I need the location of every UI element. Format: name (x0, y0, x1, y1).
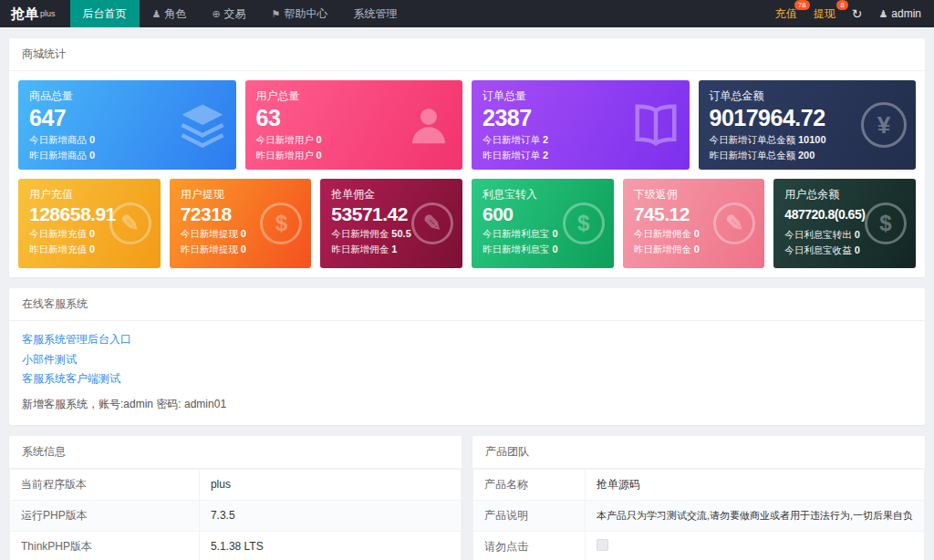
admin-username: admin (891, 7, 921, 20)
stat-line-label: 昨日新增订单总金额 (710, 150, 796, 161)
pencil-icon: ✎ (411, 202, 453, 244)
stat-line-value: 0 (241, 228, 246, 239)
stat-line-label: 昨日新增佣金 (634, 244, 691, 254)
stat-card-user-recharge: 用户充值 128658.91 今日新增充值0 昨日新增充值0 ✎ (18, 179, 161, 268)
stat-line-value: 2 (543, 150, 548, 161)
stat-line-value: 0 (89, 228, 95, 239)
stat-card-orders-total: 订单总量 2387 今日新增订单2 昨日新增订单2 (472, 80, 690, 170)
stat-line-label: 昨日新增订单 (483, 150, 540, 161)
stat-line-value: 2 (543, 134, 548, 145)
stat-line-label: 今日新增订单 (483, 134, 540, 145)
row-label: 产品名称 (473, 469, 586, 500)
recharge-badge: 78 (794, 0, 810, 10)
stat-card-users-total: 用户总量 63 今日新增用户0 昨日新增用户0 (245, 80, 463, 170)
nav-item-help-center[interactable]: ⚑ 帮助中心 (259, 0, 341, 27)
stat-line-label: 今日新增用户 (256, 134, 314, 145)
service-panel-title: 在线客服系统 (9, 288, 925, 321)
row-value: 5.1.38 LTS (199, 531, 461, 560)
stat-line-label: 昨日新增商品 (29, 150, 87, 161)
person-icon: ♟ (878, 8, 887, 20)
nav-item-label: 系统管理 (353, 6, 397, 22)
stat-card-line: 昨日新增用户0 (256, 148, 452, 163)
system-info-panel: 系统信息 当前程序版本 plus 运行PHP版本 7.3.5 ThinkPHP版… (9, 436, 462, 560)
recharge-button[interactable]: 充值 78 (775, 6, 797, 22)
nav-item-label: 角色 (164, 6, 186, 22)
recharge-label: 充值 (775, 7, 797, 20)
stat-line-label: 昨日新增利息宝 (483, 244, 550, 254)
stat-card-order-commission: 抢单佣金 53571.42 今日新增佣金50.5 昨日新增佣金1 ✎ (320, 179, 462, 268)
stat-line-value: 0 (89, 150, 95, 161)
stat-line-value: 0 (855, 229, 860, 240)
pencil-icon: ✎ (109, 202, 151, 244)
row-value: 本产品只为学习测试交流,请勿要做商业或者用于违法行为,一切后果自负 (585, 500, 924, 531)
person-icon: ♟ (152, 8, 161, 20)
stat-line-value: 0 (241, 244, 246, 254)
stat-line-label: 昨日新增充值 (29, 244, 87, 254)
globe-icon: ⊕ (212, 8, 220, 20)
stat-line-label: 今日新增提现 (181, 228, 238, 239)
withdraw-button[interactable]: 提现 8 (814, 6, 835, 22)
nav-item-system-admin[interactable]: 系统管理 (340, 0, 410, 27)
stat-line-label: 今日利息宝转出 (784, 229, 852, 240)
yen-icon: ¥ (861, 102, 907, 148)
stat-card-order-amount-total: 订单总金额 9017964.72 今日新增订单总金额10100 昨日新增订单总金… (699, 80, 917, 170)
nav-item-roles[interactable]: ♟ 角色 (140, 0, 200, 27)
row-label: 当前程序版本 (10, 469, 200, 500)
layers-icon (178, 100, 227, 150)
app-logo-suffix: plus (40, 9, 56, 18)
client-test-link[interactable]: 客服系统客户端测试 (22, 369, 912, 389)
nav-item-label: 交易 (224, 6, 246, 22)
book-icon (631, 100, 680, 150)
row-value: 7.3.5 (199, 500, 461, 531)
stat-card-subordinate-rebate: 下级返佣 745.12 今日新增佣金0 昨日新增佣金0 ✎ (623, 179, 765, 268)
nav-item-label: 帮助中心 (284, 6, 327, 22)
do-not-click-checkbox[interactable] (597, 539, 608, 551)
stat-line-label: 今日新增佣金 (331, 228, 389, 239)
admin-menu[interactable]: ♟ admin (878, 7, 921, 20)
table-row: 产品名称 抢单源码 (473, 469, 925, 500)
stat-line-value: 0 (694, 228, 700, 239)
stat-card-title: 订单总金额 (710, 88, 906, 104)
stat-card-line: 昨日新增订单2 (483, 148, 679, 163)
product-team-table: 产品名称 抢单源码 产品说明 本产品只为学习测试交流,请勿要做商业或者用于违法行… (472, 469, 925, 560)
withdraw-badge: 8 (836, 0, 847, 10)
stat-card-goods-total: 商品总量 647 今日新增商品0 昨日新增商品0 (18, 80, 236, 170)
stat-line-value: 0 (89, 134, 95, 145)
stat-line-value: 200 (798, 150, 815, 161)
stat-card-user-withdraw: 用户提现 72318 今日新增提现0 昨日新增提现0 $ (170, 179, 312, 268)
navbar-right: 充值 78 提现 8 ↻ ♟ admin (775, 0, 934, 27)
stat-line-value: 0 (317, 150, 322, 161)
stat-card-line: 昨日新增订单总金额200 (710, 148, 906, 163)
table-row: ThinkPHP版本 5.1.38 LTS (10, 531, 462, 560)
product-team-title: 产品团队 (472, 436, 925, 469)
dollar-icon: $ (865, 202, 907, 244)
stat-line-value: 10100 (798, 134, 826, 145)
service-panel-body: 客服系统管理后台入口 小部件测试 客服系统客户端测试 新增客服系统，账号:adm… (9, 321, 925, 425)
nav-item-home[interactable]: 后台首页 (70, 0, 140, 27)
stats-panel-title: 商城统计 (9, 38, 925, 71)
stat-card-interest-transfer-in: 利息宝转入 600 今日新增利息宝0 昨日新增利息宝0 $ (472, 179, 614, 268)
stats-row-2: 用户充值 128658.91 今日新增充值0 昨日新增充值0 ✎ 用户提现 72… (18, 179, 916, 268)
stat-card-user-balance: 用户总余额 487720.8(0.65) 今日利息宝转出0 今日利息宝收益0 $ (773, 179, 916, 268)
stat-line-label: 今日利息宝收益 (784, 244, 852, 255)
stat-line-value: 50.5 (391, 228, 410, 239)
stat-line-label: 昨日新增提现 (181, 244, 238, 254)
stat-line-label: 昨日新增用户 (256, 150, 314, 161)
dollar-icon: $ (260, 202, 302, 244)
service-admin-entry-link[interactable]: 客服系统管理后台入口 (22, 330, 912, 350)
page-content: 商城统计 商品总量 647 今日新增商品0 昨日新增商品0 用户总量 63 今日… (0, 27, 934, 560)
stat-card-title: 下级返佣 (634, 187, 754, 202)
stat-line-label: 今日新增充值 (29, 228, 87, 239)
stat-line-value: 1 (391, 244, 397, 254)
refresh-icon[interactable]: ↻ (852, 6, 863, 21)
stats-row-1: 商品总量 647 今日新增商品0 昨日新增商品0 用户总量 63 今日新增用户0… (18, 80, 916, 170)
row-value: 抢单源码 (585, 469, 924, 500)
stat-line-label: 昨日新增佣金 (331, 244, 389, 254)
flag-icon: ⚑ (272, 8, 281, 20)
nav-item-label: 后台首页 (83, 6, 127, 22)
stat-line-label: 今日新增利息宝 (483, 228, 550, 239)
top-navbar: 抢单plus 后台首页 ♟ 角色 ⊕ 交易 ⚑ 帮助中心 系统管理 充值 78 … (0, 0, 934, 27)
bottom-panels: 系统信息 当前程序版本 plus 运行PHP版本 7.3.5 ThinkPHP版… (9, 436, 925, 560)
nav-item-transactions[interactable]: ⊕ 交易 (199, 0, 258, 27)
widget-test-link[interactable]: 小部件测试 (22, 350, 912, 370)
